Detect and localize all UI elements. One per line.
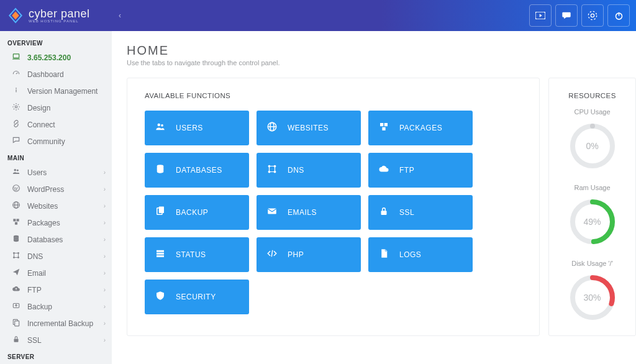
chevron-right-icon: › [104,303,106,310]
sidebar-item-label: Version Management [27,87,98,96]
tile-websites[interactable]: WEBSITES [257,111,361,145]
users-icon [155,121,166,135]
svg-rect-12 [16,89,16,93]
sidebar-item-label: Connect [27,121,55,129]
incbackup-icon [11,318,21,329]
svg-point-14 [14,169,17,171]
chevron-right-icon: › [104,337,106,344]
tile-dns[interactable]: DNS [257,153,361,188]
sidebar-item-ftp[interactable]: FTP› [0,281,112,298]
link-icon [11,119,21,130]
packages-icon [378,121,389,135]
brand[interactable]: cyber panel WEB HOSTING PANEL [7,7,112,24]
sidebar-item-wordpress[interactable]: WordPress› [0,181,112,198]
tile-label: DNS [288,166,304,175]
topbar-youtube-button[interactable] [529,4,552,27]
tile-ftp[interactable]: FTP [368,153,473,188]
sidebar-item-label: Dashboard [27,70,64,79]
functions-panel: AVAILABLE FUNCTIONS USERSWEBSITESPACKAGE… [127,78,540,336]
svg-point-34 [158,124,161,127]
tile-logs[interactable]: LOGS [368,237,473,272]
page-subtitle: Use the tabs to navigate through the con… [127,59,636,66]
svg-rect-52 [157,250,164,252]
tile-ssl[interactable]: SSL [368,195,473,230]
sidebar-item-label: DNS [27,252,43,261]
svg-line-55 [271,250,273,257]
sidebar-item-label: Users [27,168,47,177]
sidebar-item-label: FTP [27,286,42,294]
sidebar-item-dashboard[interactable]: Dashboard [0,66,112,83]
tile-status[interactable]: STATUS [145,237,249,272]
tile-label: PACKAGES [399,124,442,132]
chat-icon [11,136,21,147]
lock-icon [378,206,389,219]
sidebar-item-databases[interactable]: Databases› [0,231,112,248]
svg-point-35 [161,124,163,127]
svg-rect-8 [13,54,19,58]
svg-rect-41 [382,127,385,130]
svg-point-13 [15,106,17,108]
svg-point-26 [17,252,19,254]
tile-backup[interactable]: BACKUP [145,195,249,230]
svg-point-44 [268,165,271,168]
tile-security[interactable]: SECURITY [145,280,249,314]
chevron-right-icon: › [104,320,106,327]
tile-databases[interactable]: DATABASES [145,153,249,188]
cloud-icon [378,163,389,177]
send-icon [11,268,21,278]
svg-point-25 [13,252,15,254]
mail-icon [266,206,278,219]
sidebar-collapse-button[interactable]: ‹ [112,0,128,31]
svg-rect-50 [268,209,276,214]
page-title: HOME [127,43,636,58]
sidebar-item-ssl[interactable]: SSL› [0,332,112,348]
tile-label: EMAILS [288,208,317,217]
tile-label: PHP [288,250,304,259]
sidebar-item-dns[interactable]: DNS› [0,248,112,265]
users-icon [11,167,21,178]
dashboard-icon [11,69,21,80]
tile-emails[interactable]: EMAILS [257,195,361,230]
topbar-help-button[interactable] [581,4,604,27]
sidebar-item-label: Backup [27,303,52,311]
database-icon [11,234,21,245]
wordpress-icon [11,184,21,194]
tile-label: USERS [176,124,203,132]
sidebar-item-connect[interactable]: Connect [0,116,112,133]
sidebar-item-packages[interactable]: Packages› [0,214,112,231]
sidebar-item-label: Community [27,137,65,146]
sidebar-item-label: SSL [27,336,42,345]
sidebar-item-websites[interactable]: Websites› [0,198,112,214]
sidebar-item-incremental-backup[interactable]: Incremental Backup› [0,315,112,332]
info-icon [11,86,21,96]
svg-point-28 [17,257,19,258]
sidebar-item-users[interactable]: Users› [0,164,112,181]
svg-rect-21 [17,219,19,221]
sidebar-item-community[interactable]: Community [0,133,112,150]
tile-packages[interactable]: PACKAGES [368,111,473,145]
svg-rect-53 [157,253,164,255]
sidebar-item-version-management[interactable]: Version Management [0,83,112,99]
svg-point-47 [274,171,276,173]
shield-icon [155,290,166,304]
tile-users[interactable]: USERS [145,111,249,145]
sidebar-item-label: Design [27,104,50,112]
status-icon [155,248,166,262]
svg-point-27 [13,257,15,258]
topbar-chat-button[interactable] [555,4,578,27]
sidebar-item-design[interactable]: Design [0,99,112,116]
topbar-power-button[interactable] [607,4,630,27]
packages-icon [11,217,21,228]
backup-icon [11,301,21,312]
tile-label: SECURITY [176,293,216,301]
sidebar-item-label: Packages [27,219,60,227]
tile-php[interactable]: PHP [257,237,361,272]
svg-rect-49 [159,207,164,214]
sidebar-item-3-65-253-200[interactable]: 3.65.253.200 [0,49,112,66]
sidebar-item-email[interactable]: Email› [0,265,112,281]
lock-icon [11,335,21,345]
functions-grid: USERSWEBSITESPACKAGESDATABASESDNSFTPBACK… [145,111,522,314]
sidebar-item-backup[interactable]: Backup› [0,298,112,315]
tile-label: DATABASES [176,166,222,175]
topbar: cyber panel WEB HOSTING PANEL ‹ [0,0,636,31]
